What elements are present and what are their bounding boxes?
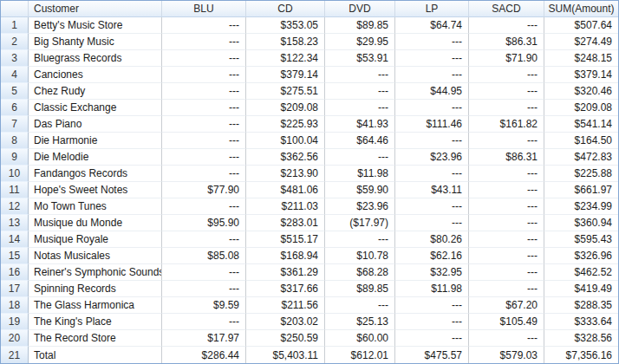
row-indicator[interactable]: 4	[1, 67, 29, 83]
cell-blu[interactable]: ---	[162, 198, 246, 215]
cell-cd[interactable]: $211.56	[246, 297, 325, 314]
cell-sum[interactable]: $320.46	[544, 83, 618, 100]
cell-blu[interactable]: ---	[162, 50, 246, 67]
cell-lp[interactable]: $475.57	[395, 347, 469, 363]
cell-customer[interactable]: Musique du Monde	[29, 215, 162, 231]
cell-cd[interactable]: $481.06	[246, 182, 325, 198]
cell-customer[interactable]: Musique Royale	[29, 231, 162, 248]
table-row[interactable]: 6Classic Exchange---$209.08---------$209…	[1, 100, 618, 116]
cell-sacd[interactable]: $579.03	[469, 347, 544, 363]
cell-lp[interactable]: $62.16	[395, 248, 469, 264]
cell-customer[interactable]: Bluegrass Records	[29, 50, 162, 67]
column-header-sacd[interactable]: SACD	[469, 1, 544, 17]
cell-lp[interactable]: $11.98	[395, 281, 469, 297]
cell-dvd[interactable]: ($17.97)	[325, 215, 395, 231]
row-indicator[interactable]: 13	[1, 215, 29, 231]
cell-blu[interactable]: $17.97	[162, 330, 246, 347]
cell-blu[interactable]: ---	[162, 116, 246, 133]
cell-dvd[interactable]: $89.85	[325, 281, 395, 297]
cell-dvd[interactable]: $11.98	[325, 166, 395, 182]
cell-dvd[interactable]: $59.90	[325, 182, 395, 198]
cell-lp[interactable]: $80.26	[395, 231, 469, 248]
cell-lp[interactable]: $64.74	[395, 17, 469, 34]
column-header-customer[interactable]: Customer	[29, 1, 162, 17]
cell-sum[interactable]: $419.49	[544, 281, 618, 297]
cell-sum[interactable]: $661.97	[544, 182, 618, 198]
cell-customer[interactable]: Betty's Music Store	[29, 17, 162, 34]
cell-cd[interactable]: $353.05	[246, 17, 325, 34]
cell-lp[interactable]: ---	[395, 133, 469, 149]
cell-dvd[interactable]: ---	[325, 83, 395, 100]
table-row[interactable]: 15Notas Musicales$85.08$168.94$10.78$62.…	[1, 248, 618, 264]
cell-customer[interactable]: Notas Musicales	[29, 248, 162, 264]
cell-dvd[interactable]: ---	[325, 231, 395, 248]
cell-sacd[interactable]: ---	[469, 198, 544, 215]
cell-sum[interactable]: $328.56	[544, 330, 618, 347]
cell-sum[interactable]: $248.15	[544, 50, 618, 67]
table-row[interactable]: 1Betty's Music Store---$353.05$89.85$64.…	[1, 17, 618, 34]
table-row[interactable]: 14Musique Royale---$515.17---$80.26---$5…	[1, 231, 618, 248]
row-indicator[interactable]: 2	[1, 34, 29, 50]
cell-lp[interactable]: $111.46	[395, 116, 469, 133]
row-indicator[interactable]: 8	[1, 133, 29, 149]
cell-sacd[interactable]: ---	[469, 281, 544, 297]
cell-blu[interactable]: ---	[162, 314, 246, 330]
cell-sacd[interactable]: ---	[469, 231, 544, 248]
cell-cd[interactable]: $362.56	[246, 149, 325, 166]
cell-blu[interactable]: ---	[162, 83, 246, 100]
cell-customer[interactable]: The Record Store	[29, 330, 162, 347]
cell-lp[interactable]: ---	[395, 100, 469, 116]
row-indicator[interactable]: 9	[1, 149, 29, 166]
cell-blu[interactable]: ---	[162, 166, 246, 182]
cell-blu[interactable]: $95.90	[162, 215, 246, 231]
cell-dvd[interactable]: $53.91	[325, 50, 395, 67]
cell-blu[interactable]: ---	[162, 231, 246, 248]
cell-cd[interactable]: $213.90	[246, 166, 325, 182]
cell-customer[interactable]: Canciones	[29, 67, 162, 83]
cell-lp[interactable]: $43.11	[395, 182, 469, 198]
cell-dvd[interactable]: $29.95	[325, 34, 395, 50]
cell-customer[interactable]: Hope's Sweet Notes	[29, 182, 162, 198]
cell-customer[interactable]: Mo Town Tunes	[29, 198, 162, 215]
cell-sum[interactable]: $326.96	[544, 248, 618, 264]
cell-dvd[interactable]: $41.93	[325, 116, 395, 133]
cell-sacd[interactable]: ---	[469, 264, 544, 281]
cell-blu[interactable]: $286.44	[162, 347, 246, 363]
cell-blu[interactable]: ---	[162, 100, 246, 116]
cell-cd[interactable]: $225.93	[246, 116, 325, 133]
table-row[interactable]: 13Musique du Monde$95.90$283.01($17.97)-…	[1, 215, 618, 231]
cell-sum[interactable]: $379.14	[544, 67, 618, 83]
cell-lp[interactable]: ---	[395, 166, 469, 182]
cell-sum[interactable]: $462.52	[544, 264, 618, 281]
column-header-dvd[interactable]: DVD	[325, 1, 395, 17]
cell-blu[interactable]: $9.59	[162, 297, 246, 314]
cell-sum[interactable]: $541.14	[544, 116, 618, 133]
cell-lp[interactable]: ---	[395, 297, 469, 314]
table-row[interactable]: 8Die Harmonie---$100.04$64.46------$164.…	[1, 133, 618, 149]
cell-cd[interactable]: $158.23	[246, 34, 325, 50]
cell-sum[interactable]: $164.50	[544, 133, 618, 149]
cell-dvd[interactable]: ---	[325, 149, 395, 166]
cell-sacd[interactable]: $67.20	[469, 297, 544, 314]
cell-dvd[interactable]: $25.13	[325, 314, 395, 330]
cell-blu[interactable]: ---	[162, 264, 246, 281]
cell-lp[interactable]: ---	[395, 314, 469, 330]
row-indicator[interactable]: 21	[1, 347, 29, 363]
table-row[interactable]: 7Das Piano---$225.93$41.93$111.46$161.82…	[1, 116, 618, 133]
cell-sum[interactable]: $360.94	[544, 215, 618, 231]
cell-cd[interactable]: $361.29	[246, 264, 325, 281]
cell-cd[interactable]: $250.59	[246, 330, 325, 347]
cell-sum[interactable]: $472.83	[544, 149, 618, 166]
cell-blu[interactable]: ---	[162, 17, 246, 34]
cell-sum[interactable]: $333.64	[544, 314, 618, 330]
cell-customer[interactable]: Classic Exchange	[29, 100, 162, 116]
cell-sum[interactable]: $274.49	[544, 34, 618, 50]
table-row[interactable]: 12Mo Town Tunes---$211.03$23.96------$23…	[1, 198, 618, 215]
cell-sacd[interactable]: ---	[469, 17, 544, 34]
row-indicator[interactable]: 5	[1, 83, 29, 100]
cell-dvd[interactable]: ---	[325, 100, 395, 116]
cell-sum[interactable]: $234.99	[544, 198, 618, 215]
cell-blu[interactable]: ---	[162, 133, 246, 149]
corner-header-cell[interactable]	[1, 1, 29, 17]
cell-sacd[interactable]: ---	[469, 133, 544, 149]
